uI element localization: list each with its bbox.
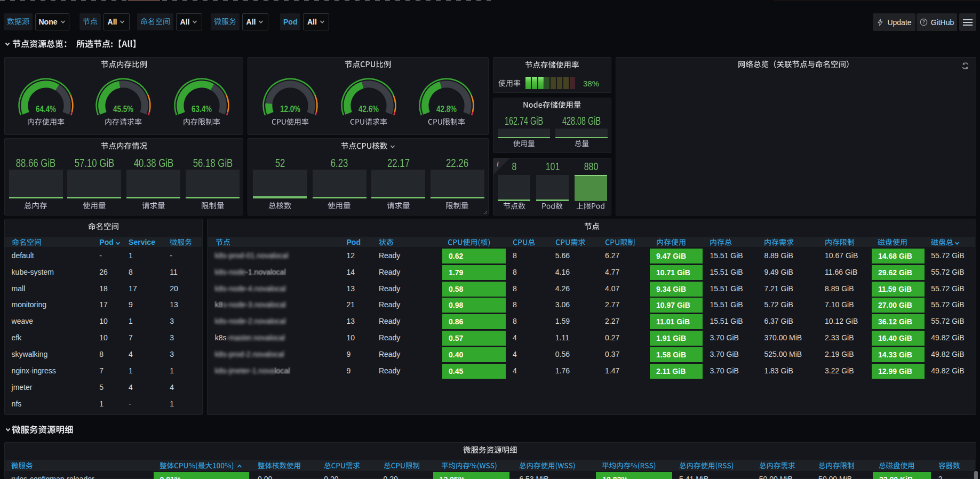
svg-text:12.0%: 12.0% xyxy=(280,104,300,114)
svg-text:42.6%: 42.6% xyxy=(358,104,379,114)
svg-text:?: ? xyxy=(922,19,925,25)
svg-text:64.4%: 64.4% xyxy=(36,104,56,114)
svg-text:42.8%: 42.8% xyxy=(436,104,457,114)
svg-text:45.5%: 45.5% xyxy=(113,104,133,114)
svg-text:63.4%: 63.4% xyxy=(192,104,212,114)
